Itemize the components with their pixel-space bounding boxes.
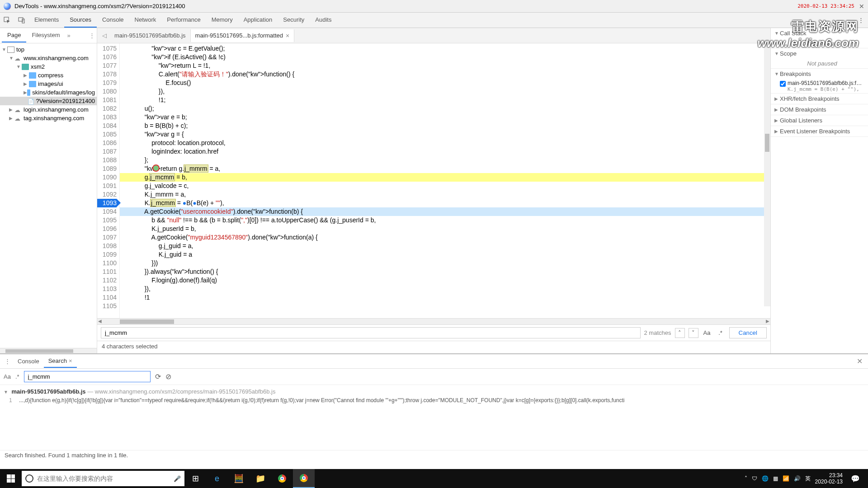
start-button[interactable] [0, 469, 22, 488]
editor-tab[interactable]: main-9515017695abfb6b.js [110, 29, 191, 42]
drawer-tab-console[interactable]: Console [13, 355, 44, 368]
code-line[interactable]: K.j_mmrm = a, [120, 190, 770, 199]
code-line[interactable]: b = B(B(b) + c); [120, 122, 770, 130]
search-regex-icon[interactable]: .* [15, 373, 19, 380]
taskbar-chrome-active-icon[interactable] [293, 469, 315, 488]
tree-item[interactable]: ▼xsm2 [0, 62, 97, 71]
code-line[interactable]: }), [120, 87, 770, 96]
line-number[interactable]: 1079 [97, 79, 117, 87]
line-number[interactable]: 1103 [97, 285, 117, 293]
line-number[interactable]: 1101 [97, 267, 117, 276]
code-line[interactable]: }; [120, 156, 770, 164]
taskbar-search-input[interactable] [37, 475, 170, 482]
taskbar-search[interactable]: 🎤 [22, 471, 184, 486]
file-tree[interactable]: ▼top▼www.xinshangmeng.com▼xsm2▶compress▶… [0, 43, 97, 348]
line-number[interactable]: 1097 [97, 233, 117, 242]
code-line[interactable]: A.getCookie("usercomcookieId").done("kw"… [120, 207, 770, 216]
code-line[interactable]: F.login(g).done(f).fail(q) [120, 276, 770, 285]
code-line[interactable]: loginIndex: location.href [120, 147, 770, 156]
tray-chevron-up-icon[interactable]: ˄ [745, 475, 747, 482]
match-case-icon[interactable]: Aa [702, 328, 712, 338]
devtools-tab-performance[interactable]: Performance [161, 13, 206, 28]
line-number[interactable]: 1084 [97, 122, 117, 130]
code-line[interactable]: g.j_mcmm = b, [120, 173, 770, 182]
tree-item[interactable]: ▶tag.xinshangmeng.com [0, 114, 97, 122]
line-number[interactable]: 1083 [97, 113, 117, 122]
tree-item[interactable]: ▶login.xinshangmeng.com [0, 105, 97, 114]
line-number[interactable]: 1091 [97, 182, 117, 190]
code-line[interactable]: g.j_valcode = c, [120, 182, 770, 190]
tray-network-icon[interactable]: 🌐 [762, 475, 769, 482]
code-line[interactable]: E.focus() [120, 79, 770, 87]
tree-item[interactable]: ▼top [0, 45, 97, 54]
line-number[interactable]: 1105 [97, 302, 117, 310]
window-close-icon[interactable]: ✕ [859, 3, 864, 10]
code-line[interactable]: "kw">var c = E.getValue(); [120, 44, 770, 53]
code-line[interactable]: }).always("kw">function() { [120, 267, 770, 276]
code-line[interactable]: !1 [120, 293, 770, 302]
line-number[interactable]: 1075 [97, 44, 117, 53]
line-number[interactable]: 1094 [97, 207, 117, 216]
line-number[interactable]: 1081 [97, 96, 117, 104]
line-number[interactable]: 1099 [97, 250, 117, 259]
code-line[interactable]: C.alert("请输入验证码！").done("kw">function() … [120, 70, 770, 79]
devtools-tab-application[interactable]: Application [238, 13, 278, 28]
search-results[interactable]: ▼ main-9515017695abfb6b.js — www.xinshan… [0, 385, 868, 450]
find-input[interactable] [101, 327, 641, 338]
tray-volume-icon[interactable]: 🔊 [794, 475, 801, 482]
devtools-tab-console[interactable]: Console [97, 13, 129, 28]
section-header[interactable]: ▶DOM Breakpoints [771, 104, 868, 115]
line-number[interactable]: 1090 [97, 173, 117, 182]
mic-icon[interactable]: 🎤 [174, 475, 181, 482]
section-header[interactable]: ▶Event Listener Breakpoints [771, 126, 868, 136]
close-icon[interactable]: × [286, 32, 289, 39]
tray-app-icon[interactable]: ▦ [773, 475, 778, 482]
code-line[interactable]: b && "null" !== b && (b = b.split(",")[0… [120, 216, 770, 225]
tree-item[interactable]: ▶compress [0, 71, 97, 80]
tree-item[interactable]: ▶images/ui [0, 80, 97, 88]
line-number[interactable]: 1088 [97, 156, 117, 164]
taskbar-calculator-icon[interactable]: 🧮 [228, 469, 250, 488]
line-number[interactable]: 1076 [97, 53, 117, 61]
section-header[interactable]: ▶Global Listeners [771, 115, 868, 126]
breakpoint-checkbox[interactable] [780, 81, 786, 87]
section-header[interactable]: ▶XHR/fetch Breakpoints [771, 94, 868, 104]
tray-defender-icon[interactable]: 🛡 [752, 475, 757, 482]
drawer-close-icon[interactable]: ✕ [853, 357, 866, 366]
code-line[interactable]: "kw">return g.j_mmrm = a, [120, 164, 770, 173]
find-prev-icon[interactable]: ˄ [675, 328, 685, 338]
system-tray[interactable]: ˄ 🛡 🌐 ▦ 📶 🔊 英 23:34 2020-02-13 💬 [740, 472, 868, 485]
search-match-case-icon[interactable]: Aa [4, 373, 11, 380]
line-number[interactable]: 1092 [97, 190, 117, 199]
line-number[interactable]: 1100 [97, 259, 117, 267]
code-line[interactable]: "kw">return L = !1, [120, 61, 770, 70]
editor-vscrollbar[interactable] [764, 43, 770, 306]
line-number[interactable]: 1096 [97, 225, 117, 233]
line-gutter[interactable]: 1075107610771078107910801081108210831084… [97, 43, 120, 318]
taskbar-chrome-icon[interactable] [271, 469, 293, 488]
code-line[interactable]: "kw">var e = b; [120, 113, 770, 122]
line-number[interactable]: 1102 [97, 276, 117, 285]
line-number[interactable]: 1093 [97, 199, 117, 207]
code-line[interactable]: g.j_guid = a, [120, 242, 770, 250]
device-toolbar-icon[interactable] [15, 14, 28, 27]
action-center-icon[interactable]: 💬 [847, 474, 863, 483]
code-content[interactable]: "kw">var c = E.getValue(); "kw">if (E.is… [120, 43, 770, 318]
code-line[interactable]: "kw">var g = { [120, 130, 770, 139]
navigator-menu-icon[interactable]: ⋮ [89, 32, 95, 39]
code-line[interactable]: !1; [120, 96, 770, 104]
navigator-tab-page[interactable]: Page [2, 28, 26, 42]
find-next-icon[interactable]: ˅ [689, 328, 698, 338]
tree-item[interactable]: ▼www.xinshangmeng.com [0, 54, 97, 62]
line-number[interactable]: 1085 [97, 130, 117, 139]
code-line[interactable]: K.j_mcmm = ●B(●B(e) + ""), [120, 199, 770, 207]
code-line[interactable]: "kw">if (E.isActive() && !c) [120, 53, 770, 61]
tray-wifi-icon[interactable]: 📶 [783, 475, 789, 482]
editor-hscrollbar[interactable]: ◀ ▶ [97, 318, 770, 324]
tree-item[interactable]: ?Version=2019121400 [0, 97, 97, 105]
drawer-tab-search[interactable]: Search× [44, 355, 77, 368]
taskbar-explorer-icon[interactable]: 📁 [250, 469, 271, 488]
line-number[interactable]: 1086 [97, 139, 117, 147]
breakpoint-item[interactable]: main-9515017695abfb6b.js:for...K.j_mcmm … [771, 79, 868, 93]
line-number[interactable]: 1087 [97, 147, 117, 156]
